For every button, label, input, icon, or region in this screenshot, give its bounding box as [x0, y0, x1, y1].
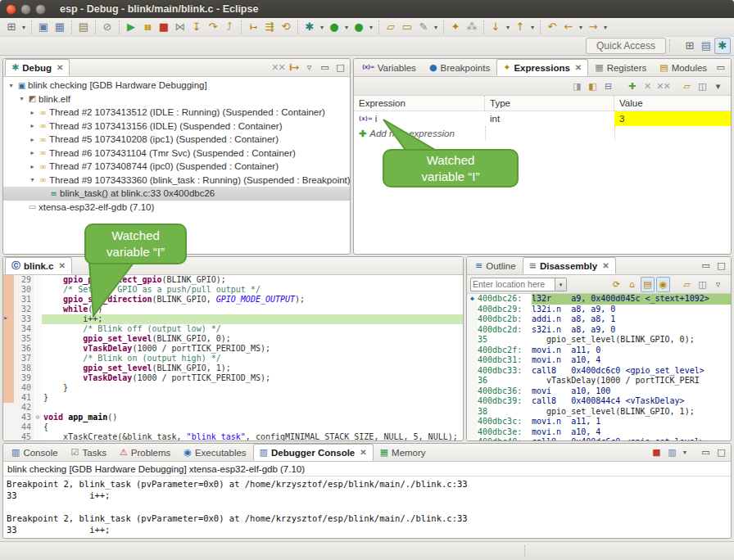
breakpoint-gutter[interactable]: ➤: [3, 314, 14, 324]
tab-executables[interactable]: ◉Executables: [177, 444, 252, 461]
editor-gutter[interactable]: [3, 432, 14, 441]
add-expression-row[interactable]: ✚ Add new expression: [354, 126, 731, 141]
close-tab-icon[interactable]: ✕: [575, 63, 582, 72]
tab-disassembly[interactable]: ≡Disassembly✕: [523, 257, 616, 274]
close-tab-icon[interactable]: ✕: [602, 261, 609, 270]
maximize-icon[interactable]: □: [729, 61, 732, 75]
view-menu-icon[interactable]: ▿: [711, 278, 725, 291]
display-console-icon[interactable]: ▥: [665, 445, 679, 459]
pin-view-icon[interactable]: ◫: [695, 79, 709, 93]
reverse-debug-icon[interactable]: ⟲: [278, 19, 294, 35]
tab-variables[interactable]: (x)=Variables: [356, 59, 423, 76]
tab-problems[interactable]: ⚠Problems: [113, 444, 177, 461]
editor-gutter[interactable]: [3, 354, 14, 364]
debug-tree-row[interactable]: ≡blink_task() at blink.c:33 0x400dbc26: [3, 187, 350, 201]
show-full-paths-icon[interactable]: ⇶: [261, 19, 278, 35]
tab-registers[interactable]: ▦Registers: [588, 59, 653, 76]
expression-value[interactable]: 3: [614, 111, 731, 126]
forward-menu-icon[interactable]: ▾: [601, 24, 609, 31]
external-tools-menu-icon[interactable]: ▾: [367, 24, 375, 31]
view-menu-icon[interactable]: ▾: [711, 79, 725, 93]
previous-annotation-menu-icon[interactable]: ▾: [528, 24, 537, 31]
minimize-icon[interactable]: ▭: [714, 61, 727, 75]
editor-gutter[interactable]: [3, 422, 14, 432]
pin-view-icon[interactable]: ◫: [695, 278, 709, 291]
tree-expander-icon[interactable]: ▸: [28, 136, 37, 143]
location-input[interactable]: [470, 278, 555, 291]
new-menu-icon[interactable]: ▾: [20, 24, 28, 31]
tab-console[interactable]: ▥Console: [5, 444, 65, 461]
add-expression-icon[interactable]: ✚: [625, 79, 639, 93]
maximize-icon[interactable]: □: [333, 61, 347, 75]
tree-expander-icon[interactable]: ▸: [28, 109, 37, 116]
open-element-icon[interactable]: ▱: [383, 19, 399, 35]
disassembly-listing[interactable]: ◆400dbc26:l32r a9, 0x400d045c <_stext+10…: [467, 294, 731, 441]
open-perspective-icon[interactable]: ⊞: [682, 38, 698, 54]
tab-breakpoints[interactable]: ●Breakpoints: [423, 59, 496, 76]
tab-memory[interactable]: ▦Memory: [374, 444, 433, 461]
show-type-names-icon[interactable]: ◨: [570, 79, 584, 93]
show-source-toggle-icon[interactable]: ▤: [641, 277, 655, 292]
debug-perspective-icon[interactable]: ✱: [714, 38, 731, 54]
step-over-icon[interactable]: ↷: [205, 19, 221, 35]
editor-gutter[interactable]: [3, 334, 14, 344]
terminate-icon[interactable]: ■: [156, 19, 172, 35]
tree-expander-icon[interactable]: ▾: [17, 95, 26, 102]
save-icon[interactable]: ▣: [35, 19, 52, 35]
build-all-icon[interactable]: ▤: [75, 19, 92, 35]
tab-blink-c[interactable]: ⓒblink.c✕: [5, 257, 72, 274]
home-icon[interactable]: ⌂: [625, 278, 639, 291]
tree-expander-icon[interactable]: ▾: [28, 176, 37, 183]
external-tools-icon[interactable]: ●: [351, 19, 367, 35]
editor-gutter[interactable]: [3, 393, 14, 403]
remove-expression-icon[interactable]: ✕: [641, 79, 655, 93]
editor-gutter[interactable]: [3, 275, 14, 285]
skip-all-breakpoints-icon[interactable]: ⊘: [99, 19, 116, 35]
tree-expander-icon[interactable]: ▾: [7, 82, 16, 89]
location-dropdown-icon[interactable]: ▾: [555, 278, 567, 291]
disconnect-icon[interactable]: ⋈: [172, 19, 188, 35]
collapse-all-icon[interactable]: ⊟: [601, 79, 615, 93]
step-into-icon[interactable]: ↧: [188, 19, 205, 35]
tree-expander-icon[interactable]: ▸: [28, 163, 37, 170]
code-editor[interactable]: 29 gpio_pad_select_gpio(BLINK_GPIO);30 /…: [3, 275, 463, 441]
minimize-icon[interactable]: ▭: [699, 445, 713, 459]
column-expression[interactable]: Expression: [354, 96, 485, 111]
tree-expander-icon[interactable]: ▸: [28, 149, 37, 156]
close-tab-icon[interactable]: ✕: [58, 261, 65, 270]
new-view-icon[interactable]: ▱: [680, 79, 694, 93]
minimize-icon[interactable]: ▭: [699, 259, 713, 273]
editor-gutter[interactable]: [3, 364, 14, 373]
tab-expressions[interactable]: ✦Expressions✕: [496, 59, 588, 76]
maximize-icon[interactable]: □: [714, 445, 728, 459]
instruction-stepping-toggle-icon[interactable]: i→: [287, 61, 301, 75]
run-launch-menu-icon[interactable]: ▾: [342, 24, 351, 31]
annotate-icon[interactable]: ✎: [415, 19, 432, 35]
editor-gutter[interactable]: [3, 324, 14, 334]
next-annotation-menu-icon[interactable]: ▾: [504, 24, 512, 31]
close-tab-icon[interactable]: ✕: [57, 63, 63, 72]
debug-tree-row[interactable]: ▸∞Thread #2 1073413512 (IDLE : Running) …: [3, 106, 350, 120]
window-close-icon[interactable]: [6, 4, 16, 15]
debug-tree-row[interactable]: ▾◩blink.elf: [3, 93, 350, 106]
show-logical-structure-icon[interactable]: ◧: [586, 79, 600, 93]
console-output[interactable]: Breakpoint 2, blink_task (pvParameter=0x…: [3, 476, 731, 535]
debug-tree-row[interactable]: ▸∞Thread #7 1073408744 (ipc0) (Suspended…: [3, 160, 350, 174]
window-maximize-icon[interactable]: [35, 4, 46, 15]
editor-gutter[interactable]: [3, 344, 14, 354]
debug-launch-menu-icon[interactable]: ▾: [318, 24, 326, 31]
open-resource-icon[interactable]: ▭: [399, 19, 415, 35]
editor-gutter[interactable]: [3, 285, 14, 295]
editor-gutter[interactable]: [3, 383, 14, 393]
mark-occurrences-icon[interactable]: ⁂: [464, 19, 480, 35]
run-launch-icon[interactable]: ●: [326, 19, 342, 35]
previous-annotation-icon[interactable]: ↑: [512, 19, 528, 35]
window-minimize-icon[interactable]: [20, 4, 31, 15]
annotate-menu-icon[interactable]: ▾: [432, 24, 440, 31]
tab-modules[interactable]: ▤Modules: [653, 59, 714, 76]
maximize-icon[interactable]: □: [714, 259, 728, 273]
debug-tree-row[interactable]: ▸∞Thread #6 1073431104 (Tmr Svc) (Suspen…: [3, 147, 350, 160]
save-all-icon[interactable]: ▦: [52, 19, 68, 35]
view-menu-icon[interactable]: ▿: [302, 61, 316, 75]
debug-tree-row[interactable]: ▾∞Thread #9 1073433360 (blink_task : Run…: [3, 174, 350, 187]
